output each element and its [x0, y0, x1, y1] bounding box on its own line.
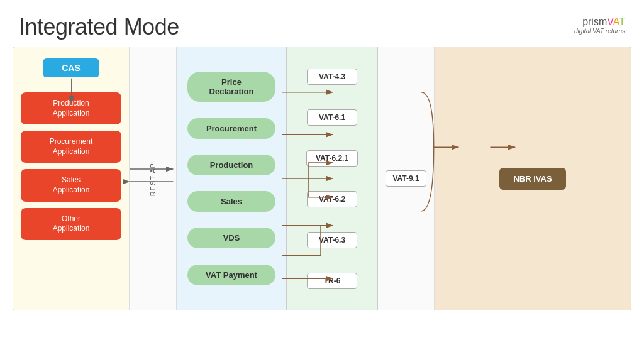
- logo-t: T: [619, 16, 625, 27]
- col-api: REST API: [130, 47, 177, 310]
- vat-box-43: VAT-4.3: [307, 69, 357, 85]
- app-box-sales: SalesApplication: [21, 169, 121, 201]
- col-process: Price Declaration Procurement Production…: [177, 47, 287, 310]
- vat-box-tr6: TR-6: [307, 273, 357, 289]
- logo-prism: prism: [582, 16, 607, 27]
- app-boxes: ProductionApplication ProcurementApplica…: [21, 92, 121, 240]
- app-box-other: OtherApplication: [21, 208, 121, 240]
- rest-api-label: REST API: [149, 160, 157, 196]
- process-sales: Sales: [187, 191, 275, 212]
- col-apps: CAS ProductionApplication ProcurementApp…: [13, 47, 130, 310]
- logo-v: V: [607, 16, 613, 27]
- col-nbr: NBR iVAS: [435, 47, 631, 310]
- header: Integrated Mode prismVAT digital VAT ret…: [0, 0, 644, 47]
- process-price-declaration: Price Declaration: [187, 72, 275, 102]
- logo-tagline: digital VAT returns: [574, 28, 625, 35]
- col-vat: VAT-4.3 VAT-6.1 VAT-6.2.1 VAT-6.2 VAT-6.…: [287, 47, 378, 310]
- app-box-production: ProductionApplication: [21, 92, 121, 124]
- process-vds: VDS: [187, 228, 275, 248]
- process-procurement: Procurement: [187, 118, 275, 139]
- nbr-box: NBR iVAS: [499, 168, 565, 190]
- col-vat91: VAT-9.1: [378, 47, 435, 310]
- logo: prismVAT digital VAT returns: [574, 16, 625, 35]
- vat91-box: VAT-9.1: [386, 170, 426, 187]
- logo-text: prismVAT: [582, 16, 625, 28]
- vat-box-63: VAT-6.3: [307, 232, 357, 248]
- vat-box-62: VAT-6.2: [307, 191, 357, 207]
- vat-box-621: VAT-6.2.1: [306, 150, 358, 167]
- cas-box: CAS: [43, 58, 99, 77]
- process-vat-payment: VAT Payment: [187, 265, 275, 285]
- logo-a: A: [613, 16, 619, 27]
- app-box-procurement: ProcurementApplication: [21, 131, 121, 163]
- page-title: Integrated Mode: [19, 14, 179, 40]
- diagram: CAS ProductionApplication ProcurementApp…: [13, 47, 631, 310]
- vat-box-61: VAT-6.1: [307, 109, 357, 126]
- process-production: Production: [187, 155, 275, 175]
